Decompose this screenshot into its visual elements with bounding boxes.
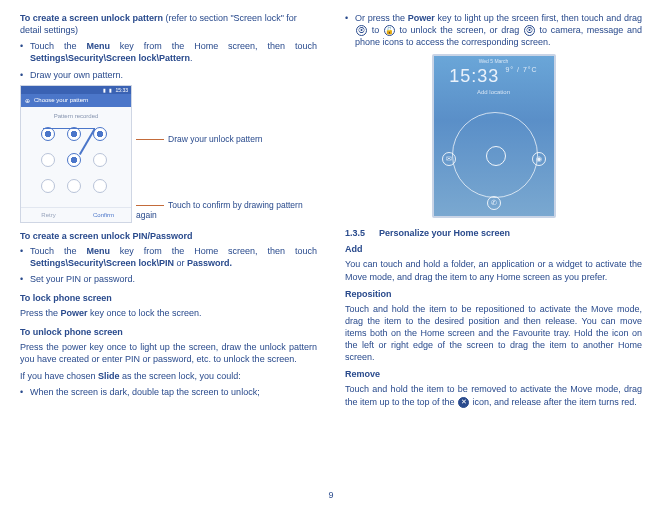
mock-header: ⊕ Choose your pattern [21,94,131,107]
lock-center-icon: ⦿ [524,25,535,36]
bullet-list-right: Or press the Power key to light up the s… [345,12,642,48]
sub-add: Add [345,244,642,254]
back-icon: ⊕ [25,97,30,104]
lock-center-icon: ⦿ [356,25,367,36]
pattern-line [43,128,95,130]
mock-caption: Pattern recorded [21,107,131,121]
confirm-button: Confirm [76,208,131,222]
heading-pin: To create a screen unlock PIN/Password [20,231,317,241]
pattern-line [79,128,95,155]
lock-addloc: Add location [434,89,554,95]
para-remove: Touch and hold the item to be removed to… [345,383,642,407]
pattern-grid [21,121,131,207]
pattern-mock: ▮ ▮ 15:33 ⊕ Choose your pattern Pattern … [20,85,132,223]
leader-line [136,139,164,140]
lock-ring [452,112,538,198]
page-number: 9 [0,490,662,500]
mock-time: 15:33 [115,87,128,93]
pattern-dot [93,153,107,167]
remove-icon: ✕ [458,397,469,408]
lock-weather: 9° / 7°C [505,66,537,73]
unlock-icon: 🔓 [384,25,395,36]
bullet-touch-menu-pin: Touch the Menu key from the Home screen,… [20,245,317,269]
para-unlock: Press the power key once to light up the… [20,341,317,365]
pattern-dot [93,179,107,193]
intro-line: To create a screen unlock pattern (refer… [20,12,317,36]
pattern-dot [67,153,81,167]
pattern-dot [67,179,81,193]
sub-remove: Remove [345,369,642,379]
para-lock: Press the Power key once to lock the scr… [20,307,317,319]
lock-status: Wed 5 March [434,56,554,64]
retry-button: Retry [21,208,76,222]
heading-unlock: To unlock phone screen [20,327,317,337]
bullet-touch-menu: Touch the Menu key from the Home screen,… [20,40,317,64]
intro-bold: To create a screen unlock pattern [20,13,163,23]
para-add: You can touch and hold a folder, an appl… [345,258,642,282]
para-slide: If you have chosen Slide as the screen l… [20,370,317,382]
lockscreen-mock: Wed 5 March 15:33 9° / 7°C Add location … [432,54,556,218]
pattern-dot [41,179,55,193]
leader-line [136,205,164,206]
left-column: To create a screen unlock pattern (refer… [20,12,317,486]
lockscreen-mock-wrap: Wed 5 March 15:33 9° / 7°C Add location … [345,54,642,218]
heading-lock: To lock phone screen [20,293,317,303]
section-heading: 1.3.5Personalize your Home screen [345,228,642,238]
bullet-draw-pattern: Draw your own pattern. [20,69,317,81]
mock-header-text: Choose your pattern [34,97,88,103]
section-number: 1.3.5 [345,228,365,238]
camera-icon: ◉ [532,152,546,166]
signal-icon: ▮ [103,87,106,93]
phone-icon: ✆ [487,196,501,210]
sub-reposition: Reposition [345,289,642,299]
pattern-dot [41,153,55,167]
para-reposition: Touch and hold the item to be reposition… [345,303,642,364]
page: To create a screen unlock pattern (refer… [0,0,662,490]
bullet-double-tap: When the screen is dark, double tap the … [20,386,317,398]
lock-time: 15:33 9° / 7°C [434,66,554,87]
bullet-or-press: Or press the Power key to light up the s… [345,12,642,48]
bullet-list-2: Touch the Menu key from the Home screen,… [20,245,317,285]
bullet-list-3: When the screen is dark, double tap the … [20,386,317,398]
message-icon: ✉ [442,152,456,166]
mock-statusbar: ▮ ▮ 15:33 [21,86,131,94]
pattern-mock-wrap: ▮ ▮ 15:33 ⊕ Choose your pattern Pattern … [20,85,317,223]
section-title: Personalize your Home screen [379,228,510,238]
mock-footer: Retry Confirm [21,207,131,222]
bullet-set-pin: Set your PIN or password. [20,273,317,285]
annot-draw: Draw your unlock pattern [136,134,317,144]
right-column: Or press the Power key to light up the s… [345,12,642,486]
battery-icon: ▮ [109,87,112,93]
bullet-list-1: Touch the Menu key from the Home screen,… [20,40,317,80]
pattern-annotations: Draw your unlock pattern Touch to confir… [132,85,317,223]
annot-confirm: Touch to confirm by drawing pattern agai… [136,200,317,220]
